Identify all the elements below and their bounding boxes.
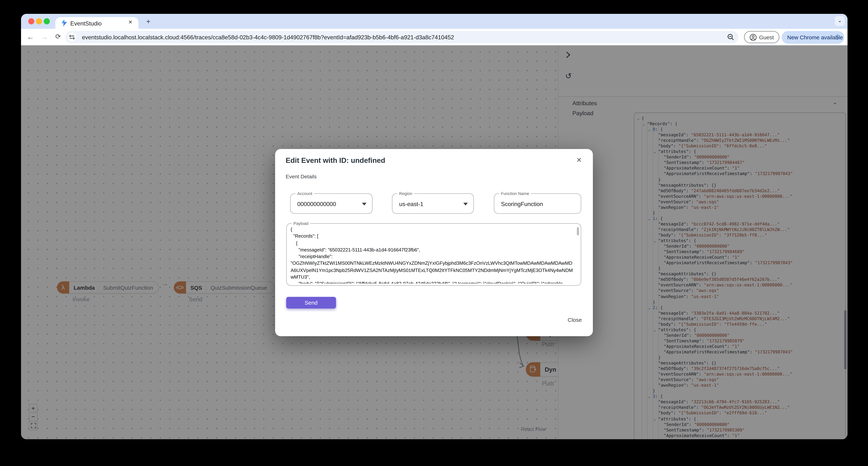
tab-eventstudio[interactable]: EventStudio ✕ xyxy=(55,17,138,29)
function-name-input[interactable]: Function Name ScoringFunction xyxy=(494,193,581,214)
url-text[interactable]: eventstudio.localhost.localstack.cloud:4… xyxy=(82,31,454,43)
event-details-label: Event Details xyxy=(286,173,317,179)
browser-menu-icon[interactable]: ⋮ xyxy=(835,31,840,43)
avatar-icon xyxy=(749,34,757,41)
address-bar[interactable]: eventstudio.localhost.localstack.cloud:4… xyxy=(65,31,739,43)
page-content: λ Lambda SubmitQuizFunction Invoke → SQS xyxy=(21,46,847,439)
reload-button[interactable]: ⟳ xyxy=(53,29,63,46)
function-name-value: ScoringFunction xyxy=(501,194,543,214)
tab-title: EventStudio xyxy=(70,20,102,26)
forward-button: → xyxy=(39,29,49,46)
payload-text[interactable]: { "Records": [ { "messageId": "65032221-… xyxy=(291,226,574,284)
browser-window: EventStudio ✕ + ⌄ ← → ⟳ eventstu xyxy=(21,14,847,439)
new-tab-button[interactable]: + xyxy=(144,17,153,26)
eventstudio-favicon-icon xyxy=(61,19,67,27)
modal-title: Edit Event with ID: undefined xyxy=(286,156,385,165)
tab-search-chevron-icon[interactable]: ⌄ xyxy=(835,16,845,26)
guest-profile-button[interactable]: Guest xyxy=(744,31,779,43)
modal-close-icon[interactable]: ✕ xyxy=(575,156,584,165)
tab-close-icon[interactable]: ✕ xyxy=(127,19,134,26)
chrome-update-label: New Chrome available xyxy=(787,31,843,43)
payload-label: Payload xyxy=(292,221,310,226)
region-value: us-east-1 xyxy=(399,194,423,214)
screen: EventStudio ✕ + ⌄ ← → ⟳ eventstu xyxy=(0,0,868,466)
chrome-update-button[interactable]: New Chrome available ⋮ xyxy=(782,31,844,43)
guest-label: Guest xyxy=(759,34,774,40)
zoom-indicator-icon[interactable] xyxy=(727,33,735,41)
close-button[interactable]: Close xyxy=(567,317,582,323)
macos-minimize-button[interactable] xyxy=(36,18,42,24)
macos-zoom-button[interactable] xyxy=(44,18,50,24)
payload-textarea[interactable]: Payload { "Records": [ { "messageId": "6… xyxy=(286,223,581,286)
region-select[interactable]: Region us-east-1 xyxy=(392,193,474,214)
back-button[interactable]: ← xyxy=(26,29,35,46)
account-select[interactable]: Account 000000000000 xyxy=(290,193,373,214)
edit-event-modal: Edit Event with ID: undefined ✕ Event De… xyxy=(275,149,593,336)
macos-close-button[interactable] xyxy=(28,18,34,24)
send-button[interactable]: Send xyxy=(286,297,336,309)
tab-strip: EventStudio ✕ + ⌄ xyxy=(21,14,847,29)
account-value: 000000000000 xyxy=(297,194,336,214)
dropdown-caret-icon xyxy=(463,203,468,205)
payload-scrollbar[interactable] xyxy=(577,227,579,235)
dropdown-caret-icon xyxy=(362,203,367,205)
site-info-icon[interactable] xyxy=(67,33,76,41)
browser-toolbar: ← → ⟳ eventstudio.localhost.localstack.c… xyxy=(21,29,847,46)
